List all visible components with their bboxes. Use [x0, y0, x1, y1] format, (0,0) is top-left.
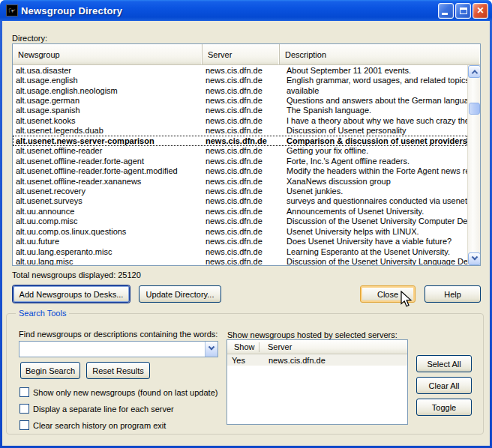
cell-description: I have a theory about why we have such c… — [280, 116, 467, 125]
chevron-down-icon — [208, 344, 214, 350]
column-header-server[interactable]: Server — [202, 44, 280, 64]
cell-description: English grammar, word usages, and relate… — [280, 76, 467, 85]
vertical-scrollbar[interactable] — [467, 65, 480, 265]
cell-server: news.cis.dfn.de — [202, 106, 280, 115]
column-header-server[interactable]: Server — [260, 342, 407, 351]
minimize-icon — [442, 13, 448, 15]
table-row[interactable]: alt.usage.spanish news.cis.dfn.de The Sp… — [13, 106, 467, 115]
cell-server: news.cis.dfn.de — [202, 136, 280, 145]
cell-description: Usenet junkies. — [280, 187, 467, 196]
column-header-show[interactable]: Show — [227, 342, 260, 352]
minimize-button[interactable] — [438, 3, 454, 19]
server-row[interactable]: Yes news.cis.dfn.de — [227, 354, 407, 366]
separate-line-checkbox-row[interactable]: Display a separate line for each server — [20, 404, 174, 414]
cell-description: Comparison & discussion of usenet provid… — [280, 136, 467, 145]
cell-server: news.cis.dfn.de — [202, 157, 280, 166]
update-directory-button[interactable]: Update Directory... — [139, 285, 221, 303]
checkbox-label: Show only new newsgroups (found on last … — [33, 388, 218, 397]
table-row[interactable]: alt.usenet.offline-reader news.cis.dfn.d… — [13, 146, 467, 156]
chevron-up-icon — [471, 70, 477, 76]
begin-search-button[interactable]: Begin Search — [20, 362, 80, 379]
cell-server: news.cis.dfn.de — [202, 227, 280, 236]
chevron-down-icon — [471, 253, 477, 259]
cell-description: surveys and questionnaires conducted via… — [280, 196, 467, 205]
table-row[interactable]: alt.uu.comp.misc news.cis.dfn.de Discuss… — [13, 217, 467, 226]
search-words-input[interactable] — [20, 342, 205, 357]
scrollbar-thumb[interactable] — [469, 103, 480, 115]
cell-server: news.cis.dfn.de — [260, 356, 407, 365]
close-icon: ✕ — [473, 5, 488, 16]
table-row[interactable]: alt.usage.german news.cis.dfn.de Questio… — [13, 95, 467, 105]
maximize-icon — [460, 7, 467, 14]
clear-all-button[interactable]: Clear All — [416, 377, 472, 394]
table-row[interactable]: alt.uu.lang.misc news.cis.dfn.de Discuss… — [13, 256, 467, 265]
table-row[interactable]: alt.uu.announce news.cis.dfn.de Announce… — [13, 206, 467, 216]
reset-results-button[interactable]: Reset Results — [86, 362, 150, 379]
cell-newsgroup: alt.usenet.recovery — [13, 187, 202, 196]
table-row[interactable]: alt.usa.disaster news.cis.dfn.de About S… — [13, 65, 467, 75]
column-header-newsgroup[interactable]: Newsgroup — [13, 44, 202, 64]
cell-server: news.cis.dfn.de — [202, 257, 280, 265]
cell-newsgroup: alt.uu.future — [13, 237, 202, 246]
cell-newsgroup: alt.usenet.offline-reader — [13, 146, 202, 155]
total-newsgroups-label: Total newsgroups displayed: 25120 — [12, 270, 141, 279]
cell-description: The Spanish language. — [280, 106, 467, 115]
cell-newsgroup: alt.usenet.news-server-comparison — [13, 136, 202, 145]
cell-newsgroup: alt.uu.comp.os.linux.questions — [13, 227, 202, 236]
maximize-button[interactable] — [455, 3, 471, 19]
directory-rows: alt.usa.disaster news.cis.dfn.de About S… — [13, 65, 467, 265]
cell-newsgroup: alt.uu.announce — [13, 207, 202, 216]
cell-description: Usenet University helps with LINUX. — [280, 227, 467, 236]
add-newsgroups-button[interactable]: Add Newsgroups to Desks... — [13, 285, 130, 303]
table-row[interactable]: alt.usage.english news.cis.dfn.de Englis… — [13, 75, 467, 85]
table-row[interactable]: alt.usenet.news-server-comparison news.c… — [13, 136, 467, 145]
checkbox-icon[interactable] — [20, 420, 29, 430]
select-all-button[interactable]: Select All — [416, 355, 472, 372]
table-row[interactable]: alt.usenet.surveys news.cis.dfn.de surve… — [13, 196, 467, 206]
app-icon: ☞ — [6, 4, 18, 16]
table-row[interactable]: alt.usenet.offline-reader.forte-agent.mo… — [13, 166, 467, 175]
cell-newsgroup: alt.uu.comp.misc — [13, 217, 202, 225]
cell-newsgroup: alt.usage.english — [13, 76, 202, 85]
server-list[interactable]: Show Server Yes news.cis.dfn.de — [226, 339, 408, 425]
scroll-up-button[interactable] — [468, 65, 481, 78]
cell-server: news.cis.dfn.de — [202, 96, 280, 105]
cell-newsgroup: alt.usage.english.neologism — [13, 86, 202, 95]
cell-newsgroup: alt.usenet.offline-reader.xananews — [13, 177, 202, 186]
scroll-down-button[interactable] — [468, 252, 481, 265]
toggle-button[interactable]: Toggle — [416, 399, 472, 416]
close-window-button[interactable]: ✕ — [472, 3, 488, 19]
cell-newsgroup: alt.usenet.offline-reader.forte-agent — [13, 157, 202, 166]
server-list-header: Show Server — [227, 340, 407, 354]
table-row[interactable]: alt.uu.lang.esperanto.misc news.cis.dfn.… — [13, 246, 467, 256]
clear-history-checkbox-row[interactable]: Clear search history on program exit — [20, 420, 166, 430]
table-row[interactable]: alt.usenet.kooks news.cis.dfn.de I have … — [13, 115, 467, 125]
cell-server: news.cis.dfn.de — [202, 196, 280, 205]
help-button[interactable]: Help — [424, 285, 481, 303]
window-title: Newsgroup Directory — [21, 5, 438, 16]
checkbox-icon[interactable] — [20, 387, 29, 397]
column-header-description[interactable]: Description — [280, 44, 480, 64]
newsgroup-directory-window: ☞ Newsgroup Directory ✕ Directory: Newsg… — [0, 0, 492, 448]
cell-server: news.cis.dfn.de — [202, 166, 280, 175]
cell-description: Getting your fix offline. — [280, 146, 467, 155]
table-row[interactable]: alt.usenet.legends.duab news.cis.dfn.de … — [13, 126, 467, 136]
table-row[interactable]: alt.usenet.offline-reader.xananews news.… — [13, 176, 467, 186]
search-words-combobox[interactable] — [19, 341, 218, 357]
combo-dropdown-button[interactable] — [205, 342, 218, 357]
cell-description: XanaNews discussion group — [280, 177, 467, 186]
show-only-new-checkbox-row[interactable]: Show only new newsgroups (found on last … — [20, 387, 218, 397]
table-row[interactable]: alt.uu.future news.cis.dfn.de Does Usene… — [13, 236, 467, 246]
table-row[interactable]: alt.usage.english.neologism news.cis.dfn… — [13, 85, 467, 95]
table-row[interactable]: alt.uu.comp.os.linux.questions news.cis.… — [13, 226, 467, 236]
cell-server: news.cis.dfn.de — [202, 217, 280, 225]
title-bar[interactable]: ☞ Newsgroup Directory ✕ — [0, 0, 492, 21]
cell-newsgroup: alt.usenet.legends.duab — [13, 126, 202, 135]
table-row[interactable]: alt.usenet.recovery news.cis.dfn.de Usen… — [13, 186, 467, 196]
dialog-content: Directory: Newsgroup Server Description … — [2, 21, 490, 446]
cell-description: Modify the headers within the Forte Agen… — [280, 166, 467, 175]
cell-newsgroup: alt.usenet.surveys — [13, 196, 202, 205]
table-row[interactable]: alt.usenet.offline-reader.forte-agent ne… — [13, 156, 467, 166]
cell-description: available — [280, 86, 467, 95]
checkbox-icon[interactable] — [20, 404, 29, 414]
